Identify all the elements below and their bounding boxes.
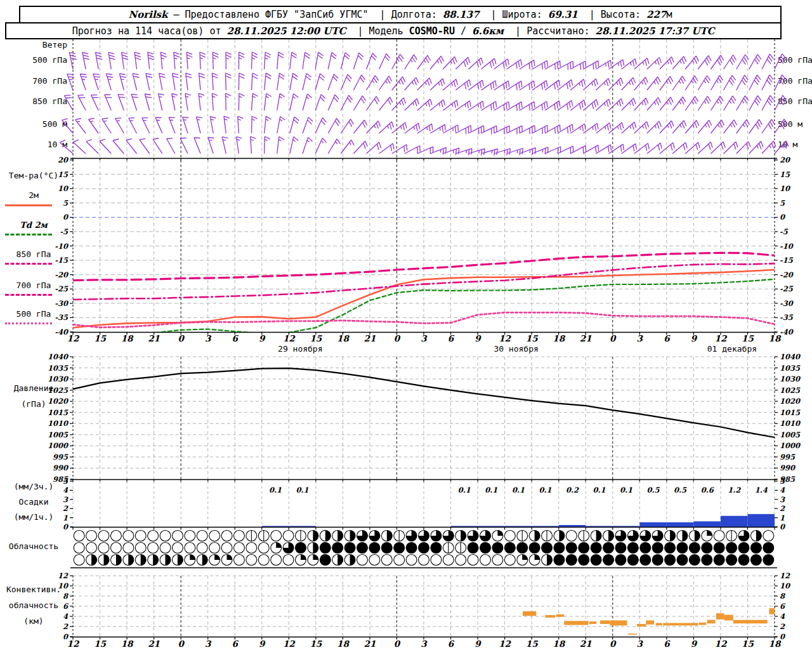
svg-text:1030: 1030 xyxy=(48,375,69,383)
svg-text:12: 12 xyxy=(67,333,80,343)
svg-text:12: 12 xyxy=(499,639,511,649)
svg-text:3: 3 xyxy=(205,639,212,649)
svg-text:-15: -15 xyxy=(55,256,69,265)
svg-text:4: 4 xyxy=(63,612,69,621)
svg-text:3: 3 xyxy=(421,333,428,343)
svg-text:1035: 1035 xyxy=(780,364,801,373)
svg-text:15: 15 xyxy=(310,333,322,343)
svg-text:9: 9 xyxy=(691,333,698,343)
svg-text:-10: -10 xyxy=(780,242,794,251)
svg-text:21: 21 xyxy=(364,333,376,343)
svg-text:6: 6 xyxy=(232,333,239,343)
svg-text:-5: -5 xyxy=(60,227,69,236)
svg-text:1025: 1025 xyxy=(48,386,69,395)
svg-text:15: 15 xyxy=(94,639,107,649)
svg-text:6: 6 xyxy=(63,602,69,611)
svg-text:1000: 1000 xyxy=(48,441,69,450)
svg-text:10: 10 xyxy=(780,581,791,590)
svg-text:0: 0 xyxy=(178,639,185,649)
svg-text:9: 9 xyxy=(475,333,481,343)
svg-text:21: 21 xyxy=(580,333,592,343)
svg-text:995: 995 xyxy=(780,453,796,461)
svg-text:1040: 1040 xyxy=(48,352,69,361)
svg-text:990: 990 xyxy=(780,463,796,472)
svg-text:01 декабря: 01 декабря xyxy=(707,344,757,354)
svg-text:0.1: 0.1 xyxy=(620,486,632,494)
svg-text:1: 1 xyxy=(780,514,785,522)
svg-text:1.4: 1.4 xyxy=(755,486,768,494)
svg-text:0: 0 xyxy=(63,213,69,222)
svg-text:1020: 1020 xyxy=(48,397,69,406)
svg-text:-25: -25 xyxy=(780,284,794,293)
svg-text:10: 10 xyxy=(58,581,69,590)
svg-text:18: 18 xyxy=(337,639,350,649)
svg-text:0: 0 xyxy=(394,333,401,343)
svg-text:9: 9 xyxy=(691,639,698,649)
svg-text:0.2: 0.2 xyxy=(566,486,579,494)
svg-text:1010: 1010 xyxy=(780,419,801,428)
svg-text:1010: 1010 xyxy=(48,419,69,428)
svg-text:1040: 1040 xyxy=(780,352,801,361)
svg-text:4: 4 xyxy=(63,486,69,494)
svg-text:0.1: 0.1 xyxy=(485,486,497,494)
svg-text:1035: 1035 xyxy=(48,364,69,373)
svg-text:10: 10 xyxy=(58,184,69,193)
meteogram-page: { "header": { "station": "Norilsk", "pro… xyxy=(0,0,812,650)
svg-text:21: 21 xyxy=(580,639,592,649)
svg-text:0.5: 0.5 xyxy=(647,486,660,494)
svg-text:9: 9 xyxy=(259,639,266,649)
svg-text:1030: 1030 xyxy=(780,375,801,383)
svg-text:21: 21 xyxy=(148,333,160,343)
svg-text:990: 990 xyxy=(53,463,69,472)
svg-text:12: 12 xyxy=(780,571,790,580)
svg-text:0.1: 0.1 xyxy=(269,486,282,494)
svg-text:3: 3 xyxy=(421,639,428,649)
svg-text:-25: -25 xyxy=(55,284,69,293)
svg-text:6: 6 xyxy=(664,639,671,649)
svg-text:0: 0 xyxy=(178,333,185,343)
svg-text:0: 0 xyxy=(394,639,401,649)
svg-text:15: 15 xyxy=(310,639,322,649)
svg-text:12: 12 xyxy=(499,333,511,343)
svg-text:20: 20 xyxy=(58,156,69,164)
svg-text:5: 5 xyxy=(63,477,69,486)
svg-text:-35: -35 xyxy=(780,313,794,322)
svg-text:2: 2 xyxy=(63,504,69,513)
svg-text:8: 8 xyxy=(780,592,785,600)
svg-text:18: 18 xyxy=(121,333,134,343)
svg-text:0.1: 0.1 xyxy=(593,486,605,494)
svg-text:18: 18 xyxy=(121,639,134,649)
svg-text:0.1: 0.1 xyxy=(539,486,551,494)
svg-text:4: 4 xyxy=(780,486,785,494)
svg-text:1005: 1005 xyxy=(780,430,801,439)
svg-text:18: 18 xyxy=(337,333,350,343)
svg-text:30 ноября: 30 ноября xyxy=(494,344,538,354)
svg-text:1025: 1025 xyxy=(780,386,801,395)
svg-text:-40: -40 xyxy=(780,328,794,336)
svg-text:-15: -15 xyxy=(780,256,794,265)
svg-text:20: 20 xyxy=(780,156,791,164)
svg-text:18: 18 xyxy=(553,639,565,649)
svg-text:15: 15 xyxy=(526,333,539,343)
svg-text:15: 15 xyxy=(742,333,754,343)
svg-text:3: 3 xyxy=(637,333,644,343)
svg-text:18: 18 xyxy=(769,333,782,343)
svg-text:-20: -20 xyxy=(780,270,794,279)
svg-text:3: 3 xyxy=(205,333,212,343)
svg-text:12: 12 xyxy=(715,639,728,649)
svg-text:15: 15 xyxy=(94,333,107,343)
svg-text:3: 3 xyxy=(637,639,644,649)
svg-text:8: 8 xyxy=(63,592,69,600)
svg-text:6: 6 xyxy=(780,602,786,611)
svg-text:6: 6 xyxy=(232,639,239,649)
svg-text:0.1: 0.1 xyxy=(512,486,525,494)
svg-text:15: 15 xyxy=(526,639,539,649)
svg-text:1: 1 xyxy=(63,514,68,522)
svg-text:15: 15 xyxy=(58,170,69,179)
svg-text:0: 0 xyxy=(63,522,69,531)
svg-text:995: 995 xyxy=(53,453,69,461)
svg-text:12: 12 xyxy=(283,639,296,649)
svg-text:-30: -30 xyxy=(55,299,69,308)
svg-text:0.5: 0.5 xyxy=(674,486,687,494)
svg-text:4: 4 xyxy=(780,612,785,621)
